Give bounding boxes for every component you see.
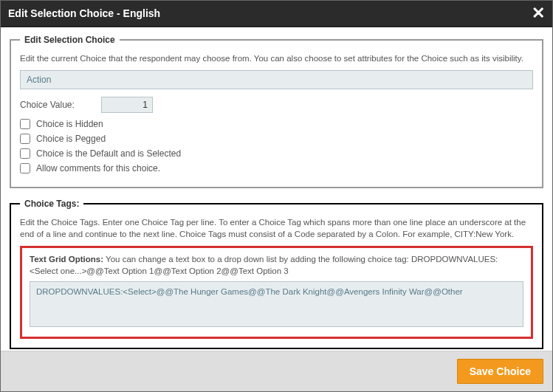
allow-comments-checkbox[interactable] xyxy=(20,163,30,173)
checkbox-label: Choice is Pegged xyxy=(36,134,106,144)
checkbox-label: Choice is the Default and is Selected xyxy=(36,148,181,159)
checkbox-row-default: Choice is the Default and is Selected xyxy=(20,148,533,159)
checkbox-label: Choice is Hidden xyxy=(36,119,103,129)
edit-selection-choice-fieldset: Edit Selection Choice Edit the current C… xyxy=(10,35,543,188)
modal-header: Edit Selection Choice - English ✕ xyxy=(1,1,552,27)
grid-hint-bold: Text Grid Options: xyxy=(30,255,103,264)
choice-default-checkbox[interactable] xyxy=(20,148,30,159)
modal-body: Edit Selection Choice Edit the current C… xyxy=(1,27,552,351)
save-choice-button[interactable]: Save Choice xyxy=(457,359,543,384)
checkbox-row-comments: Allow comments for this choice. xyxy=(20,163,533,173)
edit-choice-modal: Edit Selection Choice - English ✕ Edit S… xyxy=(1,1,552,391)
checkbox-row-pegged: Choice is Pegged xyxy=(20,134,533,144)
help-text: Edit the current Choice that the respond… xyxy=(20,52,533,64)
help-text: Edit the Choice Tags. Enter one Choice T… xyxy=(20,216,533,240)
choice-tags-fieldset: Choice Tags: Edit the Choice Tags. Enter… xyxy=(10,199,543,349)
text-grid-options-box: Text Grid Options: You can change a text… xyxy=(20,246,533,339)
modal-title: Edit Selection Choice - English xyxy=(8,7,160,19)
choice-pegged-checkbox[interactable] xyxy=(20,134,30,144)
choice-value-row: Choice Value: xyxy=(20,97,533,113)
choice-value-label: Choice Value: xyxy=(20,100,94,110)
fieldset-legend: Choice Tags: xyxy=(20,199,83,209)
checkbox-row-hidden: Choice is Hidden xyxy=(20,119,533,129)
choice-hidden-checkbox[interactable] xyxy=(20,119,30,129)
choice-name-input[interactable] xyxy=(20,70,533,89)
choice-tags-textarea[interactable] xyxy=(30,281,523,327)
checkbox-label: Allow comments for this choice. xyxy=(36,163,160,173)
modal-footer: Save Choice xyxy=(1,351,552,391)
choice-value-input[interactable] xyxy=(101,97,153,113)
grid-hint: Text Grid Options: You can change a text… xyxy=(30,254,523,277)
close-icon[interactable]: ✕ xyxy=(532,5,545,21)
fieldset-legend: Edit Selection Choice xyxy=(20,35,120,45)
